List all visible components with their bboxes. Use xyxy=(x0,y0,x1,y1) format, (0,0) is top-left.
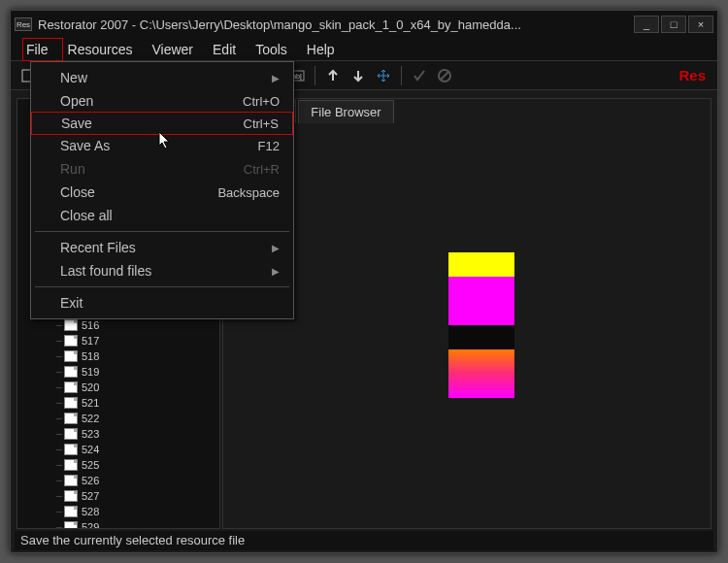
menu-separator xyxy=(35,286,289,287)
tree-connector: ┈ xyxy=(56,491,61,502)
submenu-arrow-icon: ▶ xyxy=(272,266,280,277)
bitmap-icon xyxy=(64,381,78,393)
check-icon[interactable] xyxy=(409,65,430,86)
menu-help[interactable]: Help xyxy=(297,40,345,59)
tree-connector: ┈ xyxy=(56,429,61,440)
tree-connector: ┈ xyxy=(56,460,61,471)
bitmap-icon xyxy=(64,319,78,331)
file-menu-last-found[interactable]: Last found files ▶ xyxy=(31,259,293,282)
tree-item[interactable]: ┈516 xyxy=(56,317,99,333)
menu-label: Close xyxy=(60,184,95,200)
tree-item[interactable]: ┈528 xyxy=(56,504,99,519)
tree-item-label: 520 xyxy=(82,381,99,393)
res-logo: Res xyxy=(678,70,711,81)
menu-label: Save As xyxy=(60,138,110,153)
file-menu-exit[interactable]: Exit xyxy=(31,291,293,315)
tree-connector: ┈ xyxy=(56,414,61,424)
tree-item[interactable]: ┈519 xyxy=(56,364,99,380)
menu-label: Open xyxy=(60,93,93,109)
tree-item[interactable]: ┈523 xyxy=(56,426,99,442)
menu-shortcut: Ctrl+O xyxy=(243,94,280,109)
menu-label: Last found files xyxy=(60,263,151,279)
bitmap-icon xyxy=(64,475,78,486)
bitmap-icon xyxy=(64,413,78,424)
bitmap-icon xyxy=(64,490,78,502)
bitmap-icon xyxy=(64,335,78,347)
tree-connector: ┈ xyxy=(56,382,61,393)
file-menu-close-all[interactable]: Close all xyxy=(31,204,293,227)
color-swatch xyxy=(448,374,514,398)
bitmap-icon xyxy=(64,350,78,362)
tree-item[interactable]: ┈524 xyxy=(56,442,99,457)
tree-connector: ┈ xyxy=(56,507,61,517)
move-icon[interactable] xyxy=(373,65,394,86)
tree-item[interactable]: ┈529 xyxy=(56,519,99,529)
tree-item[interactable]: ┈527 xyxy=(56,488,99,504)
color-swatch xyxy=(448,325,514,349)
file-menu-close[interactable]: Close Backspace xyxy=(31,181,293,204)
menu-edit[interactable]: Edit xyxy=(203,40,246,59)
export-icon[interactable] xyxy=(322,65,344,86)
maximize-button[interactable]: □ xyxy=(661,16,686,33)
file-menu-save-as[interactable]: Save As F12 xyxy=(31,134,293,157)
menu-shortcut: Ctrl+S xyxy=(244,116,279,131)
tree-connector: ┈ xyxy=(56,476,61,486)
file-menu-new[interactable]: New ▶ xyxy=(31,66,293,89)
app-window: Res Restorator 2007 - C:\Users\Jerry\Des… xyxy=(10,10,718,553)
minimize-button[interactable]: _ xyxy=(634,16,659,33)
tree-item-label: 526 xyxy=(82,475,99,486)
tree-item-label: 525 xyxy=(82,459,99,471)
menu-label: New xyxy=(60,70,87,85)
color-swatch xyxy=(448,301,514,325)
menu-shortcut: Backspace xyxy=(217,185,280,200)
tree-item[interactable]: ┈522 xyxy=(56,411,99,426)
menu-resources[interactable]: Resources xyxy=(58,40,143,59)
file-menu-save[interactable]: Save Ctrl+S xyxy=(31,112,293,135)
close-button[interactable]: × xyxy=(688,16,713,33)
tree-item-label: 528 xyxy=(82,506,99,517)
tree-item[interactable]: ┈520 xyxy=(56,380,99,395)
menu-viewer[interactable]: Viewer xyxy=(142,40,203,59)
import-icon[interactable] xyxy=(347,65,369,86)
tree-item-label: 516 xyxy=(82,319,99,331)
color-swatch xyxy=(448,349,514,374)
menu-tools[interactable]: Tools xyxy=(246,40,297,59)
menubar: File Resources Viewer Edit Tools Help xyxy=(11,38,717,61)
bitmap-icon xyxy=(64,521,78,529)
tree-item[interactable]: ┈521 xyxy=(56,395,99,411)
status-bar: Save the currently selected resource fil… xyxy=(15,531,713,550)
tree-item[interactable]: ┈526 xyxy=(56,473,99,488)
cancel-icon[interactable] xyxy=(434,65,455,86)
tab-file-browser[interactable]: File Browser xyxy=(298,100,393,123)
tree-item-label: 523 xyxy=(82,428,99,440)
menu-shortcut: F12 xyxy=(258,139,280,153)
tree-connector: ┈ xyxy=(56,351,61,362)
tree-connector: ┈ xyxy=(56,367,61,378)
tree-item-label: 518 xyxy=(82,350,99,362)
bitmap-icon xyxy=(64,397,78,409)
file-menu-recent[interactable]: Recent Files ▶ xyxy=(31,236,293,259)
menu-label: Run xyxy=(60,161,85,177)
tree-item[interactable]: ┈518 xyxy=(56,348,99,364)
resource-tree-list: ┈516┈517┈518┈519┈520┈521┈522┈523┈524┈525… xyxy=(56,317,99,529)
bitmap-icon xyxy=(64,444,78,455)
bitmap-icon xyxy=(64,506,78,517)
menu-file[interactable]: File xyxy=(17,40,58,59)
tree-connector: ┈ xyxy=(56,445,61,455)
color-swatch xyxy=(448,277,514,301)
menu-label: Save xyxy=(61,116,92,131)
file-menu-run: Run Ctrl+R xyxy=(31,157,293,181)
tree-item[interactable]: ┈525 xyxy=(56,457,99,473)
bitmap-icon xyxy=(64,428,78,440)
menu-label: Close all xyxy=(60,208,113,223)
toolbar-separator xyxy=(314,66,315,85)
file-menu-open[interactable]: Open Ctrl+O xyxy=(31,89,293,113)
bitmap-icon xyxy=(64,459,78,471)
tree-item-label: 522 xyxy=(82,413,99,424)
menu-separator xyxy=(35,231,289,232)
app-icon: Res xyxy=(15,17,32,31)
tree-item[interactable]: ┈517 xyxy=(56,333,99,348)
svg-text:ab|: ab| xyxy=(293,73,303,81)
tree-item-label: 524 xyxy=(82,444,99,455)
viewer-pane xyxy=(222,98,711,529)
